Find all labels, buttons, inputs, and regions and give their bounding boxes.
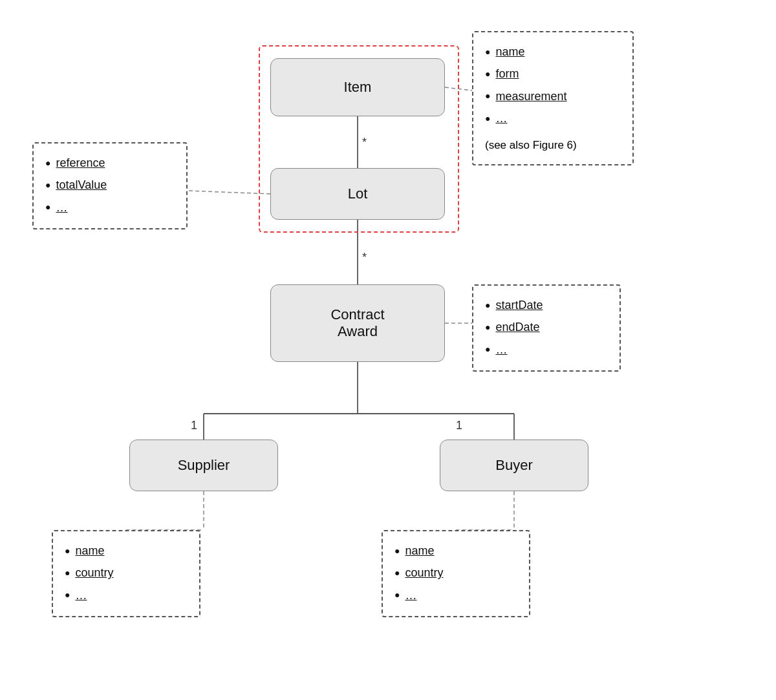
contract-prop-startdate: startDate — [485, 295, 608, 315]
item-node: Item — [270, 58, 445, 116]
item-prop-ellipsis: … — [485, 108, 621, 129]
buyer-props-box: name country … — [382, 530, 530, 617]
buyer-prop-ellipsis: … — [394, 585, 517, 606]
buyer-multiplicity: 1 — [456, 419, 462, 432]
buyer-prop-name: name — [394, 540, 517, 561]
see-also-text: (see also Figure 6) — [485, 136, 621, 156]
supplier-props-box: name country … — [52, 530, 200, 617]
item-prop-measurement: measurement — [485, 86, 621, 107]
item-lot-multiplicity: * — [362, 136, 367, 149]
item-prop-form: form — [485, 63, 621, 84]
lot-prop-totalvalue: totalValue — [45, 175, 175, 195]
buyer-label: Buyer — [495, 457, 532, 474]
contract-prop-enddate: endDate — [485, 317, 608, 337]
supplier-label: Supplier — [178, 457, 230, 474]
supplier-multiplicity: 1 — [191, 419, 197, 432]
lot-prop-ellipsis: … — [45, 197, 175, 218]
lot-props-box: reference totalValue … — [32, 142, 188, 229]
lot-contract-multiplicity: * — [362, 251, 367, 264]
item-prop-name: name — [485, 41, 621, 62]
supplier-prop-country: country — [65, 562, 188, 583]
supplier-prop-ellipsis: … — [65, 585, 188, 606]
lot-node: Lot — [270, 168, 445, 220]
svg-line-7 — [188, 191, 270, 194]
contract-prop-ellipsis: … — [485, 339, 608, 360]
buyer-node: Buyer — [440, 440, 588, 491]
lot-label: Lot — [348, 186, 368, 202]
contract-award-node: ContractAward — [270, 284, 445, 362]
contract-award-label: ContractAward — [330, 306, 384, 340]
supplier-prop-name: name — [65, 540, 188, 561]
supplier-node: Supplier — [129, 440, 278, 491]
contract-props-box: startDate endDate … — [472, 284, 621, 372]
buyer-prop-country: country — [394, 562, 517, 583]
lot-prop-reference: reference — [45, 153, 175, 173]
item-label: Item — [344, 79, 372, 96]
item-props-box: name form measurement … (see also Figure… — [472, 31, 634, 165]
diagram-container: Item Lot ContractAward Supplier Buyer * … — [0, 0, 776, 700]
